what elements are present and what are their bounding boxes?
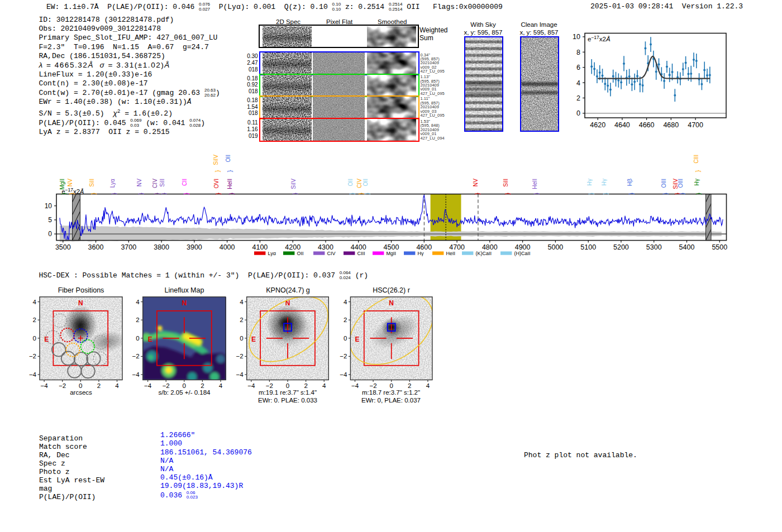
svg-text:4620: 4620 [590, 121, 605, 129]
svg-text:−2: −2 [29, 353, 36, 360]
svg-text:{: { [695, 170, 702, 172]
svg-text:{: { [603, 193, 610, 195]
svg-text:4900: 4900 [515, 243, 531, 251]
svg-text:2: 2 [408, 382, 411, 389]
svg-text:{: { [629, 193, 636, 195]
svg-text:{: { [696, 193, 703, 195]
svg-text:0: 0 [79, 382, 82, 389]
svg-text:−2: −2 [59, 382, 66, 389]
svg-text:4: 4 [136, 299, 140, 305]
svg-text:0: 0 [33, 335, 36, 342]
svg-text:arcsecs: arcsecs [70, 389, 92, 396]
svg-text:0: 0 [344, 335, 347, 342]
svg-text:−2: −2 [370, 382, 377, 389]
svg-text:0: 0 [136, 335, 139, 342]
svg-text:5100: 5100 [580, 243, 596, 251]
svg-text:s/b: 2.05 +/- 0.184: s/b: 2.05 +/- 0.184 [158, 389, 211, 396]
svg-text:−2: −2 [266, 382, 273, 389]
svg-text:0: 0 [240, 335, 243, 342]
svg-text:HeII: HeII [446, 251, 456, 256]
svg-text:(K)CaII: (K)CaII [476, 251, 492, 256]
svg-text:Hγ: Hγ [601, 178, 607, 185]
svg-text:−2: −2 [340, 353, 347, 360]
svg-text:m:18.7 re:3.7" s:1.2": m:18.7 re:3.7" s:1.2" [362, 389, 420, 396]
svg-text:5200: 5200 [613, 243, 629, 251]
svg-text:EWr: 0, PLAE: 0.037: EWr: 0, PLAE: 0.037 [361, 397, 421, 404]
svg-text:m:19.1 re:3.7" s:1.4": m:19.1 re:3.7" s:1.4" [259, 389, 317, 396]
svg-text:EWr: 0. PLAE: 0.033: EWr: 0. PLAE: 0.033 [258, 397, 317, 404]
svg-text:4800: 4800 [482, 243, 498, 251]
svg-text:e−17x2Å: e−17x2Å [588, 35, 611, 42]
svg-text:4640: 4640 [614, 121, 630, 129]
svg-text:CIII: CIII [693, 155, 699, 164]
svg-text:4700: 4700 [688, 121, 703, 129]
svg-text:0: 0 [389, 382, 393, 389]
svg-text:OIII: OIII [661, 179, 667, 188]
svg-text:−4: −4 [132, 371, 140, 378]
svg-text:4680: 4680 [663, 121, 679, 129]
svg-text:{: { [505, 193, 512, 195]
svg-text:5300: 5300 [646, 243, 662, 251]
svg-text:0: 0 [183, 382, 186, 389]
svg-text:{: { [534, 193, 541, 195]
svg-text:−4: −4 [144, 382, 152, 389]
svg-text:E: E [251, 336, 256, 343]
svg-text:−2: −2 [132, 353, 140, 360]
svg-text:{: { [589, 193, 595, 195]
svg-text:2: 2 [201, 382, 204, 389]
svg-text:{: { [663, 193, 670, 195]
svg-text:N: N [78, 299, 83, 307]
svg-text:4: 4 [33, 299, 37, 305]
svg-text:E: E [355, 336, 360, 343]
svg-text:0: 0 [286, 382, 289, 389]
svg-text:−2: −2 [236, 353, 244, 360]
svg-text:2: 2 [576, 94, 580, 102]
svg-text:E: E [148, 336, 152, 343]
svg-text:4700: 4700 [449, 243, 465, 251]
svg-text:2: 2 [240, 317, 243, 323]
svg-text:−4: −4 [41, 382, 49, 389]
svg-text:2: 2 [97, 382, 101, 389]
svg-text:4: 4 [576, 79, 580, 87]
svg-text:NV: NV [473, 179, 479, 186]
svg-text:4660: 4660 [639, 121, 655, 129]
svg-text:−4: −4 [351, 382, 359, 389]
svg-text:OIII: OIII [678, 179, 684, 188]
svg-text:2: 2 [33, 317, 36, 323]
svg-text:0: 0 [576, 109, 580, 117]
svg-text:2: 2 [344, 317, 347, 323]
svg-text:−2: −2 [163, 382, 170, 389]
svg-text:N: N [389, 299, 394, 307]
svg-text:SiII: SiII [503, 179, 509, 187]
svg-text:HeII: HeII [532, 179, 538, 189]
svg-text:8: 8 [576, 49, 580, 56]
svg-text:4: 4 [322, 382, 326, 389]
svg-text:−4: −4 [29, 371, 37, 378]
svg-text:−4: −4 [340, 371, 347, 378]
svg-text:4: 4 [426, 382, 430, 389]
svg-text:4: 4 [219, 382, 223, 389]
svg-text:4: 4 [115, 382, 119, 389]
svg-text:Hβ: Hβ [627, 179, 633, 186]
svg-text:5400: 5400 [679, 243, 695, 251]
svg-text:Hγ: Hγ [694, 178, 700, 185]
svg-text:−4: −4 [236, 371, 244, 378]
svg-text:N: N [182, 299, 187, 307]
svg-text:5000: 5000 [547, 243, 563, 251]
svg-text:4: 4 [344, 299, 347, 305]
svg-text:{: { [475, 193, 481, 195]
svg-text:6: 6 [576, 64, 580, 71]
svg-text:{: { [680, 193, 686, 195]
svg-text:(H)CaII: (H)CaII [514, 251, 531, 256]
svg-text:Hγ: Hγ [586, 178, 593, 185]
svg-text:2: 2 [304, 382, 307, 389]
svg-text:10: 10 [573, 33, 580, 41]
svg-text:2: 2 [136, 317, 139, 323]
svg-text:−4: −4 [247, 382, 255, 389]
svg-text:5500: 5500 [712, 243, 727, 251]
svg-text:4: 4 [240, 299, 244, 305]
